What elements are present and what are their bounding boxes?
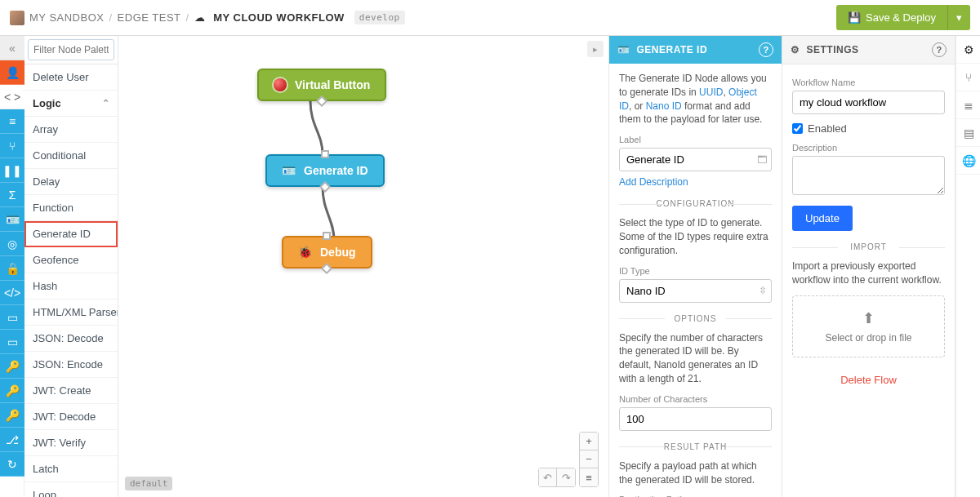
zoom-fit-button[interactable]: ≡: [580, 468, 598, 486]
palette-item[interactable]: JSON: Decode: [24, 326, 118, 352]
palette-item[interactable]: JSON: Encode: [24, 352, 118, 378]
rail-jwt-create-icon[interactable]: 🔑: [0, 354, 24, 379]
palette-item[interactable]: JWT: Create: [24, 378, 118, 404]
delete-flow-link[interactable]: Delete Flow: [792, 374, 945, 386]
rail-json-decode-icon[interactable]: ▭: [0, 305, 24, 330]
app-header: MY SANDBOX / EDGE TEST / ☁ MY CLOUD WORK…: [0, 0, 980, 36]
uuid-link[interactable]: UUID: [699, 87, 723, 98]
help-icon[interactable]: ?: [932, 42, 947, 57]
update-button[interactable]: Update: [792, 206, 853, 231]
rail-storage-icon[interactable]: ≣: [956, 91, 980, 119]
rail-hash-icon[interactable]: 🔒: [0, 256, 24, 281]
rail-metrics-icon[interactable]: ▤: [956, 119, 980, 147]
section-result: RESULT PATH: [619, 442, 772, 451]
section-import: IMPORT: [792, 242, 945, 251]
rail-jwt-verify-icon[interactable]: 🔑: [0, 403, 24, 428]
node-debug[interactable]: 🐞 Debug: [282, 236, 372, 268]
palette-item[interactable]: HTML/XML Parser: [24, 300, 118, 326]
node-label: Virtual Button: [295, 78, 370, 91]
chevron-up-icon: ⌃: [102, 98, 109, 109]
node-config-header: 🪪 GENERATE ID ?: [609, 36, 782, 64]
branch-tag[interactable]: develop: [354, 11, 405, 24]
collapse-sidebar-button[interactable]: «: [0, 36, 24, 60]
rail-delay-icon[interactable]: ❚❚: [0, 158, 24, 183]
configuration-desc: Select the type of ID to generate. Some …: [619, 216, 772, 257]
section-options: OPTIONS: [619, 314, 772, 323]
breadcrumb-sandbox[interactable]: MY SANDBOX: [29, 11, 104, 24]
save-deploy-caret[interactable]: ▾: [947, 5, 970, 30]
description-input[interactable]: [792, 156, 945, 195]
label-input[interactable]: [619, 148, 772, 171]
breadcrumb-workflow[interactable]: MY CLOUD WORKFLOW: [213, 11, 345, 24]
gear-icon: ⚙: [791, 44, 800, 55]
id-type-label: ID Type: [619, 266, 772, 276]
settings-panel: ⚙ SETTINGS ? Workflow Name Enabled Descr…: [782, 36, 956, 497]
palette-item[interactable]: Conditional: [24, 143, 118, 169]
workflow-name-input[interactable]: [792, 91, 945, 114]
rail-htmlxml-icon[interactable]: </>: [0, 281, 24, 305]
rail-globe-icon[interactable]: 🌐: [956, 147, 980, 175]
palette-item[interactable]: Geofence: [24, 247, 118, 273]
palette-item-delete-user[interactable]: Delete User: [24, 64, 118, 91]
palette-item[interactable]: Latch: [24, 456, 118, 482]
id-type-select[interactable]: Nano ID: [619, 279, 772, 303]
rail-json-encode-icon[interactable]: ▭: [0, 330, 24, 354]
rail-jwt-decode-icon[interactable]: 🔑: [0, 379, 24, 403]
rail-geofence-icon[interactable]: ◎: [0, 232, 24, 256]
rail-generate-id-icon[interactable]: 🪪: [0, 207, 24, 232]
id-icon: 🪪: [617, 44, 630, 55]
rail-function-icon[interactable]: Σ: [0, 183, 24, 207]
cloud-icon: ☁: [194, 11, 206, 24]
undo-button[interactable]: ↶: [539, 468, 557, 486]
rail-user-icon[interactable]: 👤: [0, 60, 24, 85]
enabled-checkbox[interactable]: [792, 123, 803, 134]
bug-icon: 🐞: [298, 246, 312, 259]
rail-loop-icon[interactable]: ↻: [0, 452, 24, 477]
add-description-link[interactable]: Add Description: [619, 176, 688, 188]
node-generate-id[interactable]: 🪪 Generate ID: [265, 154, 385, 187]
save-deploy-group: 💾 Save & Deploy ▾: [836, 5, 970, 30]
rail-array-icon[interactable]: ≡: [0, 109, 24, 134]
rail-branch-icon[interactable]: ⑂: [956, 64, 980, 91]
palette-item[interactable]: JWT: Verify: [24, 430, 118, 456]
palette-group-label: Logic: [33, 97, 61, 109]
node-port-in[interactable]: [323, 232, 331, 240]
palette-item[interactable]: Function: [24, 195, 118, 221]
zoom-in-button[interactable]: +: [580, 433, 598, 450]
save-deploy-button[interactable]: 💾 Save & Deploy: [836, 5, 947, 30]
redo-button[interactable]: ↷: [557, 468, 575, 486]
node-label: Debug: [320, 246, 356, 259]
rail-conditional-icon[interactable]: ⑂: [0, 134, 24, 158]
palette-item[interactable]: Generate ID: [24, 221, 118, 247]
template-icon[interactable]: 🗔: [757, 154, 767, 166]
rail-settings-icon[interactable]: ⚙: [956, 36, 980, 64]
workflow-name-label: Workflow Name: [792, 78, 945, 87]
section-configuration: CONFIGURATION: [619, 199, 772, 208]
num-chars-input[interactable]: [619, 407, 772, 431]
rail-logic-icon[interactable]: < >: [0, 85, 24, 109]
default-tag: default: [125, 477, 172, 490]
workflow-canvas[interactable]: ▸ Virtual Button 🪪 Generate ID 🐞 Debug d…: [118, 36, 609, 497]
node-virtual-button[interactable]: Virtual Button: [257, 69, 386, 101]
help-icon[interactable]: ?: [759, 42, 773, 57]
id-icon: 🪪: [282, 164, 296, 177]
panel-title: GENERATE ID: [637, 44, 708, 55]
avatar[interactable]: [10, 11, 24, 25]
palette-item[interactable]: Array: [24, 117, 118, 143]
dropzone-label: Select or drop in file: [825, 332, 911, 344]
palette-item[interactable]: Delay: [24, 169, 118, 195]
enabled-row[interactable]: Enabled: [792, 122, 945, 135]
nanoid-link[interactable]: Nano ID: [646, 100, 682, 112]
node-port-in[interactable]: [321, 150, 329, 158]
breadcrumb-project[interactable]: EDGE TEST: [118, 11, 181, 24]
save-icon: 💾: [848, 11, 861, 24]
zoom-out-button[interactable]: −: [580, 450, 598, 468]
filter-input[interactable]: [28, 39, 114, 60]
rail-latch-icon[interactable]: ⎇: [0, 428, 24, 452]
panel-title: SETTINGS: [807, 44, 859, 55]
import-dropzone[interactable]: ⬆ Select or drop in file: [792, 295, 945, 357]
palette-item[interactable]: Loop: [24, 482, 118, 497]
palette-item[interactable]: Hash: [24, 273, 118, 300]
palette-group-logic[interactable]: Logic ⌃: [24, 91, 118, 117]
palette-item[interactable]: JWT: Decode: [24, 404, 118, 430]
